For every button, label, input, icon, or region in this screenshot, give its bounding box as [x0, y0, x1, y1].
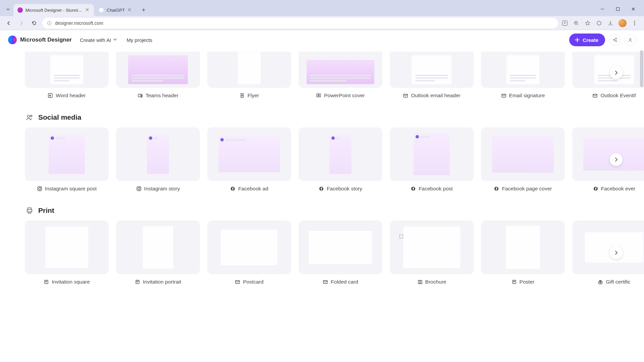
app-header: Microsoft Designer Create with AI My pro… — [0, 30, 644, 50]
template-card[interactable]: Invitation portrait — [116, 221, 200, 285]
template-card[interactable]: Folded card — [299, 221, 382, 285]
tab-chatgpt[interactable]: ChatGPT — [95, 4, 136, 16]
template-thumbnail[interactable] — [25, 127, 109, 181]
template-card[interactable]: Brochure — [390, 221, 474, 285]
browser-title-bar: Microsoft Designer - Stunning ChatGPT + — [0, 0, 644, 16]
outlook-icon — [592, 93, 598, 98]
template-card[interactable]: Facebook post — [390, 127, 474, 192]
template-card[interactable]: Facebook ad — [207, 127, 291, 192]
template-thumbnail[interactable] — [25, 52, 109, 88]
url-bar[interactable]: designer.microsoft.com — [42, 18, 558, 28]
close-window-button[interactable] — [626, 4, 641, 14]
template-card[interactable]: Facebook ever — [572, 127, 644, 192]
template-thumbnail[interactable] — [299, 52, 382, 88]
scrollbar[interactable] — [639, 30, 644, 362]
template-caption: Outlook Eventif — [592, 93, 636, 99]
template-thumbnail[interactable] — [390, 127, 474, 181]
template-thumbnail[interactable] — [207, 221, 291, 274]
site-info-icon[interactable] — [47, 21, 52, 25]
template-card[interactable]: Facebook story — [299, 127, 382, 192]
template-card[interactable]: PowerPoint cover — [299, 52, 382, 99]
bookmark-icon[interactable] — [584, 20, 591, 26]
template-thumbnail[interactable] — [481, 221, 565, 274]
mail-icon — [501, 93, 506, 98]
template-thumbnail[interactable] — [116, 127, 200, 181]
svg-point-27 — [140, 187, 140, 188]
carousel-next-button[interactable] — [610, 246, 623, 259]
word-icon — [48, 93, 53, 98]
svg-point-7 — [634, 24, 635, 25]
template-thumbnail[interactable] — [572, 52, 644, 88]
template-card[interactable]: Outlook Eventif — [572, 52, 644, 99]
teams-icon — [138, 93, 143, 98]
template-caption: Email signature — [501, 93, 545, 99]
template-card[interactable]: Instagram story — [116, 127, 200, 192]
template-card[interactable]: Postcard — [207, 221, 291, 285]
close-icon[interactable] — [127, 8, 132, 12]
mail-icon — [235, 279, 240, 285]
template-label: Facebook page cover — [502, 186, 552, 192]
template-card[interactable]: Word header — [25, 52, 109, 99]
template-caption: Instagram story — [136, 186, 180, 192]
brand-name[interactable]: Microsoft Designer — [20, 37, 72, 43]
template-card[interactable]: Invitation square — [25, 221, 109, 285]
template-card[interactable]: Facebook page cover — [481, 127, 565, 192]
template-label: Invitation square — [52, 279, 90, 285]
install-app-icon[interactable] — [561, 20, 568, 26]
menu-my-projects[interactable]: My projects — [126, 35, 153, 45]
svg-point-24 — [41, 187, 41, 188]
template-thumbnail[interactable] — [299, 221, 382, 274]
back-button[interactable] — [4, 18, 13, 28]
carousel-next-button[interactable] — [610, 66, 623, 79]
template-label: Email signature — [509, 93, 545, 99]
template-card[interactable]: Gift certific — [572, 221, 644, 285]
new-tab-button[interactable]: + — [139, 5, 148, 15]
template-thumbnail[interactable] — [207, 127, 291, 181]
template-caption: Brochure — [417, 279, 446, 285]
svg-point-14 — [141, 94, 142, 96]
close-icon[interactable] — [85, 8, 90, 12]
template-caption: Facebook ad — [230, 186, 268, 192]
profile-avatar[interactable] — [619, 19, 627, 27]
share-icon[interactable] — [609, 34, 621, 46]
plus-icon — [575, 37, 580, 43]
create-button[interactable]: Create — [569, 34, 605, 46]
template-caption: Facebook page cover — [494, 186, 552, 192]
template-thumbnail[interactable] — [116, 52, 200, 88]
template-card[interactable]: Email signature — [481, 52, 565, 99]
svg-point-23 — [39, 188, 41, 190]
template-thumbnail[interactable] — [299, 127, 382, 181]
menu-create-with-ai[interactable]: Create with AI — [79, 35, 118, 45]
minimize-button[interactable] — [595, 4, 610, 14]
downloads-icon[interactable] — [607, 20, 614, 26]
template-thumbnail[interactable] — [25, 221, 109, 274]
forward-button[interactable] — [17, 18, 26, 28]
template-thumbnail[interactable] — [481, 52, 565, 88]
zoom-icon[interactable] — [573, 20, 580, 26]
template-thumbnail[interactable] — [116, 221, 200, 274]
template-thumbnail[interactable] — [572, 127, 644, 181]
template-card[interactable]: Outlook email header — [390, 52, 474, 99]
extensions-icon[interactable] — [596, 20, 602, 26]
reload-button[interactable] — [30, 18, 39, 28]
template-card[interactable]: Poster — [481, 221, 565, 285]
tab-designer[interactable]: Microsoft Designer - Stunning — [13, 4, 94, 16]
svg-rect-25 — [137, 187, 141, 191]
template-thumbnail[interactable] — [572, 221, 644, 274]
browser-menu-icon[interactable] — [631, 20, 638, 26]
template-card[interactable]: Teams header — [116, 52, 200, 99]
template-card[interactable]: Instagram square post — [25, 127, 109, 192]
template-thumbnail[interactable] — [390, 52, 474, 88]
account-icon[interactable] — [625, 34, 636, 46]
template-caption: Postcard — [235, 279, 263, 285]
maximize-button[interactable] — [610, 4, 625, 14]
template-label: Folded card — [331, 279, 358, 285]
template-thumbnail[interactable] — [390, 221, 474, 274]
template-thumbnail[interactable] — [207, 52, 291, 88]
template-caption: Facebook post — [411, 186, 453, 192]
template-card[interactable]: Flyer — [207, 52, 291, 99]
template-thumbnail[interactable] — [481, 127, 565, 181]
template-caption: Invitation square — [44, 279, 90, 285]
tabs-dropdown-icon[interactable] — [5, 6, 11, 13]
carousel-next-button[interactable] — [610, 153, 623, 166]
